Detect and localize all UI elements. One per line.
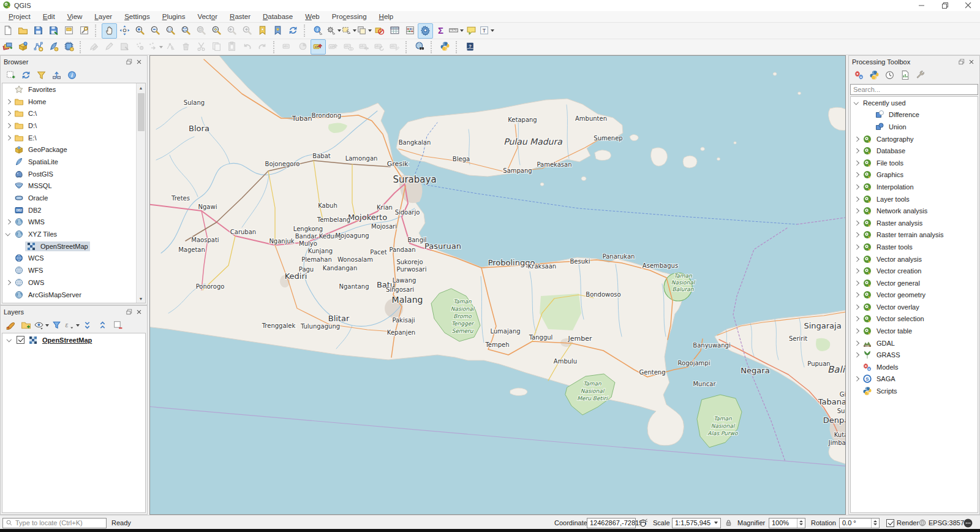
chevron-right-icon[interactable] bbox=[852, 146, 861, 156]
toolbox-item-vector-selection[interactable]: Vector selection bbox=[851, 313, 978, 325]
dropdown-arrow-icon[interactable] bbox=[491, 29, 494, 32]
chevron-right-icon[interactable] bbox=[852, 351, 861, 360]
menu-layer[interactable]: Layer bbox=[88, 13, 118, 20]
toolbox-item-scripts[interactable]: Scripts bbox=[851, 385, 978, 397]
browser-item-c-[interactable]: C:\ bbox=[2, 107, 145, 120]
chevron-right-icon[interactable] bbox=[4, 278, 13, 287]
browser-item-postgis[interactable]: PostGIS bbox=[2, 168, 145, 180]
chevron-right-icon[interactable] bbox=[852, 242, 861, 251]
scrollbar-thumb[interactable] bbox=[138, 93, 145, 131]
browser-item-home[interactable]: Home bbox=[2, 96, 145, 108]
scroll-down-icon[interactable]: ▼ bbox=[137, 294, 146, 303]
new-project-button[interactable] bbox=[0, 23, 15, 39]
browser-item-arcgismapserver[interactable]: ArcGisMapServer bbox=[2, 289, 145, 301]
zoom-native-button[interactable]: 1:1 bbox=[163, 23, 178, 39]
dropdown-arrow-icon[interactable] bbox=[76, 324, 80, 327]
render-checkbox[interactable] bbox=[886, 519, 894, 527]
measure-button[interactable] bbox=[448, 23, 464, 39]
chevron-right-icon[interactable] bbox=[852, 338, 861, 348]
chevron-right-icon[interactable] bbox=[4, 121, 13, 130]
chevron-right-icon[interactable] bbox=[852, 194, 861, 203]
toolbox-item-recently-used[interactable]: Recently used bbox=[851, 97, 978, 109]
map-canvas[interactable]: SulangBloraTubanBrondongBabatBojonegoroL… bbox=[149, 55, 846, 515]
crs-globe-icon[interactable] bbox=[918, 515, 927, 530]
chevron-down-icon[interactable] bbox=[852, 98, 861, 107]
open-attribute-table-button[interactable] bbox=[387, 23, 402, 39]
browser-scrollbar[interactable]: ▲▼ bbox=[136, 83, 145, 303]
messages-icon[interactable] bbox=[963, 515, 973, 530]
lock-scale-icon[interactable] bbox=[725, 515, 733, 530]
history-button[interactable] bbox=[883, 69, 896, 82]
chevron-right-icon[interactable] bbox=[852, 170, 861, 180]
python-scripts-button[interactable] bbox=[867, 69, 881, 82]
statistical-summary-button[interactable]: Σ bbox=[433, 23, 448, 39]
toolbox-item-models[interactable]: Models bbox=[851, 361, 978, 373]
chevron-right-icon[interactable] bbox=[852, 207, 861, 216]
filter-legend-button[interactable] bbox=[50, 319, 63, 332]
toolbox-item-vector-geometry[interactable]: Vector geometry bbox=[851, 289, 978, 302]
zoom-full-button[interactable] bbox=[178, 23, 194, 39]
manage-map-themes-button[interactable] bbox=[34, 319, 48, 332]
filter-by-expression-button[interactable]: ε bbox=[65, 319, 78, 332]
browser-item-e-[interactable]: E:\ bbox=[2, 132, 145, 144]
toolbox-item-union[interactable]: Union bbox=[851, 121, 978, 133]
float-panel-icon[interactable] bbox=[124, 57, 134, 67]
toolbox-item-gdal[interactable]: GDALGDAL bbox=[851, 337, 978, 349]
menu-processing[interactable]: Processing bbox=[326, 13, 373, 20]
new-virtual-layer-button[interactable] bbox=[61, 39, 77, 55]
menu-view[interactable]: View bbox=[61, 13, 89, 20]
help-contents-button[interactable]: ? bbox=[462, 39, 478, 55]
layers-item-openstreetmap[interactable]: OpenStreetMap bbox=[2, 333, 145, 346]
maximize-button[interactable] bbox=[933, 0, 957, 11]
field-calculator-button[interactable] bbox=[402, 23, 418, 39]
chevron-right-icon[interactable] bbox=[852, 218, 861, 227]
chevron-right-icon[interactable] bbox=[852, 314, 861, 324]
map-tips-button[interactable] bbox=[464, 23, 479, 39]
refresh-button[interactable] bbox=[285, 23, 301, 39]
save-project-as-button[interactable] bbox=[46, 23, 61, 39]
chevron-right-icon[interactable] bbox=[852, 158, 861, 167]
chevron-right-icon[interactable] bbox=[852, 374, 861, 384]
expand-all-button[interactable] bbox=[80, 319, 94, 332]
remove-layer-button[interactable] bbox=[111, 319, 124, 332]
toolbox-item-raster-terrain-analysis[interactable]: Raster terrain analysis bbox=[851, 229, 978, 241]
toolbox-item-raster-analysis[interactable]: Raster analysis bbox=[851, 217, 978, 229]
toolbox-item-vector-general[interactable]: Vector general bbox=[851, 277, 978, 289]
toolbox-item-database[interactable]: Database bbox=[851, 145, 978, 157]
menu-plugins[interactable]: Plugins bbox=[156, 13, 192, 20]
float-panel-icon[interactable] bbox=[957, 57, 967, 67]
menu-help[interactable]: Help bbox=[373, 13, 400, 20]
new-shapefile-layer-button[interactable] bbox=[31, 39, 46, 55]
text-annotation-button[interactable]: T bbox=[479, 23, 494, 39]
filter-browser-button[interactable] bbox=[34, 69, 48, 82]
locator-input[interactable]: Type to locate (Ctrl+K) bbox=[2, 518, 107, 528]
layer-visibility-checkbox[interactable] bbox=[17, 336, 24, 344]
toolbox-item-vector-overlay[interactable]: Vector overlay bbox=[851, 301, 978, 313]
spinner-arrows-icon[interactable] bbox=[871, 519, 879, 528]
menu-web[interactable]: Web bbox=[299, 13, 325, 20]
toolbox-item-vector-analysis[interactable]: Vector analysis bbox=[851, 253, 978, 265]
options-button[interactable] bbox=[913, 69, 927, 82]
chevron-right-icon[interactable] bbox=[852, 254, 861, 264]
close-panel-icon[interactable] bbox=[134, 57, 144, 67]
pan-to-selection-button[interactable] bbox=[117, 23, 132, 39]
browser-item-geopackage[interactable]: GeoPackage bbox=[2, 143, 145, 156]
identify-features-button[interactable]: i bbox=[311, 23, 326, 39]
magnifier-spinbox[interactable]: 100% bbox=[769, 518, 805, 528]
chevron-right-icon[interactable] bbox=[852, 278, 861, 287]
refresh-browser-button[interactable] bbox=[19, 69, 32, 82]
browser-item-openstreetmap[interactable]: OpenStreetMap bbox=[2, 240, 145, 253]
toolbox-item-saga[interactable]: SSAGA bbox=[851, 373, 978, 386]
add-selected-layers-button[interactable] bbox=[4, 69, 17, 82]
open-data-source-manager-button[interactable] bbox=[0, 39, 15, 55]
browser-item-db2[interactable]: DB2DB2 bbox=[2, 204, 145, 216]
open-layer-styling-button[interactable] bbox=[4, 319, 17, 332]
toolbox-item-graphics[interactable]: Graphics bbox=[851, 169, 978, 181]
zoom-to-layer-button[interactable] bbox=[209, 23, 224, 39]
crs-status[interactable]: EPSG:3857 bbox=[929, 515, 964, 530]
browser-item-mssql[interactable]: MSSQL bbox=[2, 180, 145, 192]
browser-item-wms[interactable]: WMS bbox=[2, 216, 145, 229]
chevron-down-icon[interactable] bbox=[4, 230, 13, 239]
chevron-right-icon[interactable] bbox=[4, 218, 13, 227]
browser-item-spatialite[interactable]: SpatiaLite bbox=[2, 156, 145, 168]
